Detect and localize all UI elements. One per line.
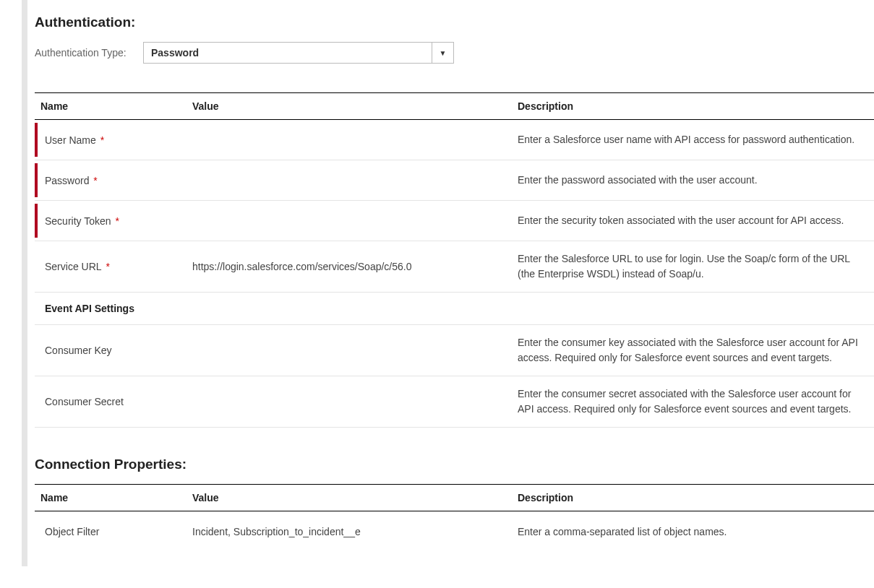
event-api-settings-label: Event API Settings <box>35 293 874 324</box>
header-name: Name <box>35 93 187 119</box>
row-name: Object Filter <box>35 516 187 548</box>
header-description: Description <box>512 485 874 511</box>
required-asterisk: * <box>113 215 119 227</box>
connection-table-header: Name Value Description <box>35 484 874 511</box>
row-description: Enter the consumer secret associated wit… <box>512 376 874 427</box>
left-stripe <box>22 0 27 566</box>
row-name: Consumer Key <box>35 334 187 366</box>
header-description: Description <box>512 93 874 119</box>
row-description: Enter the security token associated with… <box>512 203 874 238</box>
header-value: Value <box>187 93 512 119</box>
row-name: Consumer Secret <box>35 386 187 418</box>
row-value-username[interactable] <box>187 130 512 150</box>
row-description: Enter the consumer key associated with t… <box>512 325 874 376</box>
row-value-consumer-key[interactable] <box>187 340 512 360</box>
row-name: Service URL * <box>35 251 187 282</box>
required-asterisk: * <box>103 261 110 272</box>
auth-table-header: Name Value Description <box>35 92 874 120</box>
row-name: User Name * <box>35 124 187 156</box>
authentication-type-row: Authentication Type: Password ▼ <box>35 42 874 64</box>
required-asterisk: * <box>90 175 97 186</box>
row-name: Security Token * <box>35 205 187 237</box>
table-row: Consumer Secret Enter the consumer secre… <box>35 376 874 428</box>
chevron-down-icon: ▼ <box>440 49 447 57</box>
authentication-title: Authentication: <box>35 14 874 30</box>
table-row: Consumer Key Enter the consumer key asso… <box>35 325 874 376</box>
row-description: Enter the Salesforce URL to use for logi… <box>512 241 874 292</box>
row-description: Enter a Salesforce user name with API ac… <box>512 122 874 157</box>
row-value-password[interactable] <box>187 170 512 191</box>
row-value-consumer-secret[interactable] <box>187 392 512 412</box>
row-value-service-url[interactable]: https://login.salesforce.com/services/So… <box>187 251 512 282</box>
row-name: Password * <box>35 165 187 196</box>
required-asterisk: * <box>98 134 104 146</box>
row-description: Enter the password associated with the u… <box>512 163 874 198</box>
row-value-object-filter[interactable]: Incident, Subscription_to_incident__e <box>187 516 512 548</box>
row-value-security-token[interactable] <box>187 211 512 231</box>
table-row: Object Filter Incident, Subscription_to_… <box>35 511 874 552</box>
row-description: Enter a comma-separated list of object n… <box>512 514 874 550</box>
table-row: User Name * Enter a Salesforce user name… <box>35 120 874 160</box>
table-row: Password * Enter the password associated… <box>35 160 874 201</box>
authentication-type-label: Authentication Type: <box>35 47 143 59</box>
header-value: Value <box>187 485 512 511</box>
authentication-type-select[interactable]: Password ▼ <box>143 42 454 64</box>
authentication-type-value[interactable]: Password <box>143 42 432 64</box>
table-row: Service URL * https://login.salesforce.c… <box>35 241 874 293</box>
header-name: Name <box>35 485 187 511</box>
event-api-settings-section: Event API Settings <box>35 293 874 325</box>
connection-properties-title: Connection Properties: <box>35 457 874 472</box>
table-row: Security Token * Enter the security toke… <box>35 201 874 241</box>
authentication-type-dropdown-button[interactable]: ▼ <box>432 42 454 64</box>
